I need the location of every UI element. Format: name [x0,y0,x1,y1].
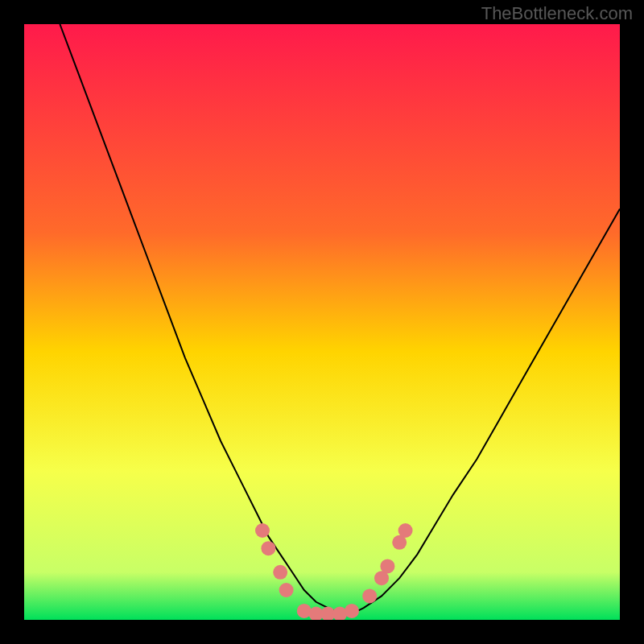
data-marker [380,559,394,573]
data-marker [345,604,359,618]
data-marker [255,523,270,538]
data-marker [398,523,413,538]
gradient-background [24,24,620,620]
data-marker [362,588,377,603]
chart-plot-area [24,24,620,620]
data-marker [261,541,275,555]
data-marker [273,565,287,580]
data-marker [279,583,294,597]
watermark-text: TheBottleneck.com [481,3,633,24]
chart-svg [24,24,620,620]
